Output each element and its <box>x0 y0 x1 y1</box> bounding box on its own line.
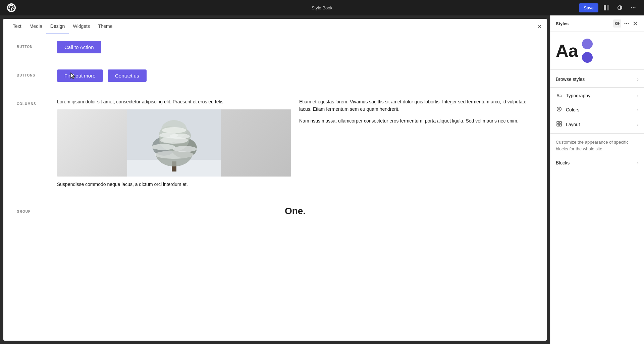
content-scroll[interactable]: BUTTON Call to Action BUTTONS Find out m… <box>3 34 547 341</box>
col-left-text2: Suspendisse commodo neque lacus, a dictu… <box>57 181 291 188</box>
col-right-text2: Nam risus massa, ullamcorper consectetur… <box>299 117 533 125</box>
colors-label: Colors <box>566 107 579 112</box>
typography-chevron: › <box>637 93 639 98</box>
buttons-section-content: Find out more Contact us <box>57 69 533 85</box>
blocks-item[interactable]: Blocks › <box>550 156 644 169</box>
svg-point-22 <box>162 127 186 133</box>
col-left-text1: Lorem ipsum dolor sit amet, consectetur … <box>57 98 291 105</box>
styles-eye-button[interactable] <box>613 19 621 28</box>
tab-widgets[interactable]: Widgets <box>69 19 94 34</box>
svg-point-5 <box>635 7 636 8</box>
save-button[interactable]: Save <box>579 3 598 12</box>
colors-item-left: Colors <box>556 106 579 113</box>
colors-item[interactable]: Colors › <box>550 102 644 117</box>
preview-aa: Aa <box>556 42 578 59</box>
group-section-content: One. <box>57 206 533 216</box>
group-section-label: GROUP <box>17 206 57 213</box>
top-bar-left <box>5 2 17 14</box>
styles-header-icons <box>613 19 639 28</box>
divider-1 <box>550 87 644 88</box>
columns-section: COLUMNS Lorem ipsum dolor sit amet, cons… <box>17 98 533 192</box>
tabs-bar: Text Media Design Widgets Theme × <box>3 19 547 34</box>
group-text: One. <box>57 206 533 216</box>
more-options-button[interactable] <box>628 2 639 13</box>
svg-point-25 <box>628 23 629 24</box>
group-section: GROUP One. <box>17 206 533 216</box>
svg-rect-1 <box>604 5 606 10</box>
browse-styles-item[interactable]: Browse styles › <box>550 72 644 86</box>
find-out-more-button[interactable]: Find out more <box>57 69 103 82</box>
columns-layout: Lorem ipsum dolor sit amet, consectetur … <box>57 98 533 192</box>
typography-label: Typography <box>566 93 590 98</box>
svg-rect-30 <box>559 121 561 124</box>
view-toggle-button[interactable] <box>601 2 612 13</box>
buttons-section: BUTTONS Find out more Contact us <box>17 69 533 85</box>
preview-circle-dark <box>582 52 593 63</box>
colors-icon <box>556 106 562 113</box>
layout-chevron: › <box>637 122 639 127</box>
customize-text: Customize the appearance of specific blo… <box>550 135 644 156</box>
styles-more-button[interactable] <box>623 19 631 28</box>
svg-point-17 <box>152 144 175 150</box>
button-section-content: Call to Action <box>57 41 533 56</box>
theme-toggle-button[interactable] <box>614 2 625 13</box>
styles-header: Styles <box>550 15 644 32</box>
svg-point-24 <box>626 23 627 24</box>
main-area: Text Media Design Widgets Theme × <box>0 15 644 344</box>
blocks-label: Blocks <box>556 160 570 165</box>
title-bar: Style Book <box>312 5 332 10</box>
top-bar: Style Book Save <box>0 0 644 15</box>
tree-image <box>57 109 291 177</box>
layout-item[interactable]: Layout › <box>550 117 644 132</box>
style-book-inner: Text Media Design Widgets Theme × <box>3 19 547 341</box>
svg-point-21 <box>170 134 190 139</box>
style-preview: Aa <box>550 32 644 70</box>
blocks-chevron: › <box>637 160 639 165</box>
browse-styles-label: Browse styles <box>556 77 585 82</box>
col-right-text1: Etiam et egestas lorem. Vivamus sagittis… <box>299 98 533 113</box>
layout-item-left: Layout <box>556 121 580 128</box>
tab-design[interactable]: Design <box>46 19 69 34</box>
tab-theme[interactable]: Theme <box>94 19 117 34</box>
svg-point-3 <box>631 7 632 8</box>
column-left: Lorem ipsum dolor sit amet, consectetur … <box>57 98 291 192</box>
svg-point-4 <box>633 7 634 8</box>
style-book-title: Style Book <box>312 5 332 10</box>
styles-panel: Styles <box>550 15 644 344</box>
preview-circles <box>582 39 593 63</box>
style-book-container: Text Media Design Widgets Theme × <box>0 15 550 344</box>
column-right: Etiam et egestas lorem. Vivamus sagittis… <box>299 98 533 192</box>
svg-rect-2 <box>607 5 609 10</box>
divider-2 <box>550 133 644 134</box>
top-bar-right: Save <box>579 2 639 13</box>
columns-section-label: COLUMNS <box>17 98 57 106</box>
styles-panel-title: Styles <box>556 21 569 26</box>
svg-point-18 <box>173 146 197 152</box>
button-section-label: BUTTON <box>17 41 57 49</box>
layout-label: Layout <box>566 122 580 127</box>
contact-us-button[interactable]: Contact us <box>108 69 147 82</box>
typography-item[interactable]: Aa Typography › <box>550 89 644 102</box>
typography-item-left: Aa Typography <box>556 93 590 98</box>
preview-circle-light <box>582 39 593 49</box>
svg-rect-31 <box>557 124 559 126</box>
styles-list: Browse styles › Aa Typography › <box>550 70 644 344</box>
button-section: BUTTON Call to Action <box>17 41 533 56</box>
call-to-action-button[interactable]: Call to Action <box>57 41 101 53</box>
styles-close-button[interactable] <box>632 20 639 27</box>
svg-rect-29 <box>557 121 559 124</box>
svg-point-23 <box>625 23 626 24</box>
tab-text[interactable]: Text <box>9 19 25 34</box>
tab-media[interactable]: Media <box>25 19 46 34</box>
browse-styles-chevron: › <box>637 77 639 82</box>
colors-chevron: › <box>637 107 639 112</box>
svg-rect-32 <box>559 124 561 126</box>
typography-icon: Aa <box>556 93 562 98</box>
columns-section-content: Lorem ipsum dolor sit amet, consectetur … <box>57 98 533 192</box>
layout-icon <box>556 121 562 128</box>
close-button[interactable]: × <box>538 23 541 30</box>
buttons-section-label: BUTTONS <box>17 69 57 77</box>
wp-logo[interactable] <box>5 2 17 14</box>
